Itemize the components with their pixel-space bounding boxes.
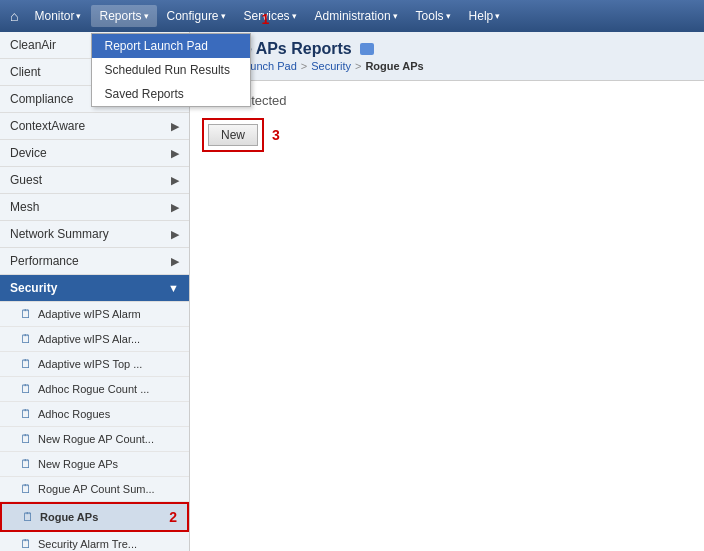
nav-monitor[interactable]: Monitor ▾	[26, 5, 89, 27]
sidebar-mesh-label: Mesh	[10, 200, 39, 214]
nav-configure-label: Configure	[167, 9, 219, 23]
none-detected-text: None detected	[202, 93, 692, 108]
subitem-label-2: Adaptive wIPS Top ...	[38, 358, 142, 370]
file-icon-6: 🗒	[20, 432, 32, 446]
sidebar-subitem-adaptive-wips-alar[interactable]: 🗒 Adaptive wIPS Alar...	[0, 327, 189, 352]
file-icon-7: 🗒	[20, 457, 32, 471]
breadcrumb-sep-1: >	[301, 60, 307, 72]
sidebar-guest-label: Guest	[10, 173, 42, 187]
sidebar-subitem-security-alarm-tre[interactable]: 🗒 Security Alarm Tre...	[0, 532, 189, 551]
new-button[interactable]: New	[208, 124, 258, 146]
subitem-label-7: Rogue AP Count Sum...	[38, 483, 155, 495]
sidebar-subitem-adaptive-wips-alarm[interactable]: 🗒 Adaptive wIPS Alarm	[0, 302, 189, 327]
subitem-label-9: Security Alarm Tre...	[38, 538, 137, 550]
nav-help[interactable]: Help ▾	[461, 5, 509, 27]
nav-tools[interactable]: Tools ▾	[408, 5, 459, 27]
nav-help-arrow: ▾	[495, 11, 500, 21]
subitem-label-5: New Rogue AP Count...	[38, 433, 154, 445]
subitem-label-8: Rogue APs	[40, 511, 98, 523]
breadcrumb: Report Launch Pad > Security > Rogue APs	[202, 60, 692, 72]
sidebar-subitem-rogue-ap-count-sum[interactable]: 🗒 Rogue AP Count Sum...	[0, 477, 189, 502]
sidebar-contextaware-label: ContextAware	[10, 119, 85, 133]
reports-dropdown-menu: Report Launch Pad Scheduled Run Results …	[91, 33, 251, 107]
sidebar-subitem-new-rogue-ap-count[interactable]: 🗒 New Rogue AP Count...	[0, 427, 189, 452]
dropdown-report-launch-pad[interactable]: Report Launch Pad	[92, 34, 250, 58]
nav-services-arrow: ▾	[292, 11, 297, 21]
mesh-expand-icon: ▶	[171, 201, 179, 214]
sidebar-client-label: Client	[10, 65, 41, 79]
top-navigation: ⌂ Monitor ▾ Reports ▾ Report Launch Pad …	[0, 0, 704, 32]
file-icon-9: 🗒	[22, 510, 34, 524]
nav-tools-arrow: ▾	[446, 11, 451, 21]
content-header: Rogue APs Reports Report Launch Pad > Se…	[190, 32, 704, 81]
nav-administration-arrow: ▾	[393, 11, 398, 21]
sidebar-subitem-new-rogue-aps[interactable]: 🗒 New Rogue APs	[0, 452, 189, 477]
sidebar-item-network-summary[interactable]: Network Summary ▶	[0, 221, 189, 248]
file-icon-1: 🗒	[20, 307, 32, 321]
breadcrumb-link-security[interactable]: Security	[311, 60, 351, 72]
sidebar-item-mesh[interactable]: Mesh ▶	[0, 194, 189, 221]
chat-icon	[360, 43, 374, 55]
dropdown-saved-reports[interactable]: Saved Reports	[92, 82, 250, 106]
home-icon[interactable]: ⌂	[4, 4, 24, 28]
breadcrumb-sep-2: >	[355, 60, 361, 72]
nav-monitor-label: Monitor	[34, 9, 74, 23]
nav-reports-label: Reports	[99, 9, 141, 23]
content-body: None detected New 3	[190, 81, 704, 164]
subitem-label-3: Adhoc Rogue Count ...	[38, 383, 149, 395]
file-icon-4: 🗒	[20, 382, 32, 396]
sidebar-network-summary-label: Network Summary	[10, 227, 109, 241]
nav-administration-label: Administration	[315, 9, 391, 23]
sidebar-compliance-label: Compliance	[10, 92, 73, 106]
sidebar-subitem-rogue-aps[interactable]: 🗒 Rogue APs 2	[0, 502, 189, 532]
sidebar-item-guest[interactable]: Guest ▶	[0, 167, 189, 194]
dropdown-scheduled-run-results[interactable]: Scheduled Run Results	[92, 58, 250, 82]
sidebar-security-label: Security	[10, 281, 57, 295]
nav-administration[interactable]: Administration ▾	[307, 5, 406, 27]
nav-reports-container: Reports ▾ Report Launch Pad Scheduled Ru…	[91, 5, 156, 27]
subitem-label-4: Adhoc Rogues	[38, 408, 110, 420]
sidebar-item-contextaware[interactable]: ContextAware ▶	[0, 113, 189, 140]
sidebar-item-performance[interactable]: Performance ▶	[0, 248, 189, 275]
contextaware-expand-icon: ▶	[171, 120, 179, 133]
main-layout: CleanAir Client Compliance ▶ ContextAwar…	[0, 32, 704, 551]
performance-expand-icon: ▶	[171, 255, 179, 268]
breadcrumb-current: Rogue APs	[365, 60, 423, 72]
guest-expand-icon: ▶	[171, 174, 179, 187]
new-button-area: New	[202, 118, 264, 152]
step3-badge: 3	[272, 127, 280, 143]
file-icon-10: 🗒	[20, 537, 32, 551]
sidebar-subitem-adhoc-rogue-count[interactable]: 🗒 Adhoc Rogue Count ...	[0, 377, 189, 402]
sidebar-subitem-adaptive-wips-top[interactable]: 🗒 Adaptive wIPS Top ...	[0, 352, 189, 377]
subitem-label-6: New Rogue APs	[38, 458, 118, 470]
device-expand-icon: ▶	[171, 147, 179, 160]
step1-badge: 1	[261, 11, 269, 27]
nav-configure[interactable]: Configure ▾	[159, 5, 234, 27]
nav-configure-arrow: ▾	[221, 11, 226, 21]
nav-tools-label: Tools	[416, 9, 444, 23]
sidebar-item-device[interactable]: Device ▶	[0, 140, 189, 167]
sidebar-subitem-adhoc-rogues[interactable]: 🗒 Adhoc Rogues	[0, 402, 189, 427]
security-expand-icon: ▼	[168, 282, 179, 294]
nav-reports-arrow: ▾	[144, 11, 149, 21]
sidebar-cleanair-label: CleanAir	[10, 38, 56, 52]
nav-help-label: Help	[469, 9, 494, 23]
content-area: Rogue APs Reports Report Launch Pad > Se…	[190, 32, 704, 551]
subitem-label-0: Adaptive wIPS Alarm	[38, 308, 141, 320]
sidebar-item-security[interactable]: Security ▼	[0, 275, 189, 302]
nav-reports[interactable]: Reports ▾	[91, 5, 156, 27]
nav-monitor-arrow: ▾	[76, 11, 81, 21]
subitem-label-1: Adaptive wIPS Alar...	[38, 333, 140, 345]
file-icon-3: 🗒	[20, 357, 32, 371]
network-summary-expand-icon: ▶	[171, 228, 179, 241]
sidebar-performance-label: Performance	[10, 254, 79, 268]
file-icon-8: 🗒	[20, 482, 32, 496]
nav-services[interactable]: Services ▾	[236, 5, 305, 27]
sidebar: CleanAir Client Compliance ▶ ContextAwar…	[0, 32, 190, 551]
step2-badge: 2	[169, 509, 177, 525]
sidebar-device-label: Device	[10, 146, 47, 160]
file-icon-2: 🗒	[20, 332, 32, 346]
file-icon-5: 🗒	[20, 407, 32, 421]
